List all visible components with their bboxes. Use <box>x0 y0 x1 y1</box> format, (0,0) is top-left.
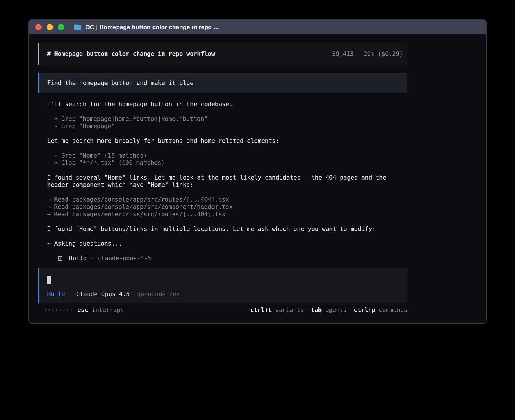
traffic-lights <box>35 24 69 30</box>
assistant-message: I found several "Home" links. Let me loo… <box>38 174 407 189</box>
tool-call-read: →Read packages/console/app/src/routes/[.… <box>47 196 407 203</box>
working-status: ~ Asking questions... <box>38 240 407 247</box>
interrupt-hint: escinterrupt <box>77 306 124 314</box>
interrupt-label: interrupt <box>92 307 124 313</box>
session-meta: 39,413 20% ($0.29) <box>332 50 403 58</box>
arrow-right-icon: → <box>47 196 54 203</box>
context-usage: 20% ($0.29) <box>364 50 403 58</box>
tool-call-text: Glob "**/*.tsx" (100 matches) <box>61 159 165 166</box>
agent-separator: · <box>90 255 94 262</box>
asterisk-icon: ∗ <box>54 115 61 123</box>
spinner-dots <box>45 309 72 311</box>
tool-call-text: Grep "Homepage" <box>61 123 115 130</box>
ctrl-t-key-label: ctrl+t <box>250 307 272 313</box>
model-label[interactable]: Claude Opus 4.5 <box>76 291 130 298</box>
agents-label: agents <box>325 307 347 313</box>
tool-call-read: →Read packages/enterprise/src/routes/[..… <box>47 211 407 218</box>
assistant-message: I found "Home" buttons/links in multiple… <box>38 225 407 233</box>
tool-call-text: Grep "homepage|home.*button|Home.*button… <box>61 115 208 122</box>
close-window-button[interactable] <box>35 24 42 30</box>
agent-mode-label[interactable]: Build <box>47 291 65 298</box>
assistant-message: I'll search for the homepage button in t… <box>38 100 407 108</box>
text-cursor <box>47 276 51 284</box>
asterisk-icon: ∗ <box>54 152 61 159</box>
window-titlebar[interactable]: OC | Homepage button color change in rep… <box>29 20 486 34</box>
tool-call-text: Grep "Home" (18 matches) <box>61 152 147 159</box>
session-header: # Homepage button color change in repo w… <box>38 43 407 65</box>
tool-call-grep: ∗Grep "Homepage" <box>54 123 407 130</box>
arrow-right-icon: → <box>47 211 54 218</box>
tool-call-text: Read packages/console/app/src/component/… <box>54 204 233 210</box>
read-calls-group: →Read packages/console/app/src/routes/[.… <box>38 196 407 218</box>
esc-key-label: esc <box>77 307 88 313</box>
tool-call-grep: ∗Grep "Home" (18 matches) <box>54 152 407 159</box>
asterisk-icon: ∗ <box>54 123 61 130</box>
asterisk-icon: ∗ <box>54 159 61 167</box>
tool-calls-group: ∗Grep "Home" (18 matches) ∗Glob "**/*.ts… <box>38 152 407 167</box>
tool-calls-group: ∗Grep "homepage|home.*button|Home.*butto… <box>38 115 407 130</box>
commands-hint: ctrl+pcommands <box>354 306 407 314</box>
agent-name: Build <box>69 255 87 262</box>
user-message-text: Find the homepage button and make it blu… <box>47 79 193 87</box>
minimize-window-button[interactable] <box>47 24 53 30</box>
assistant-message: Let me search more broadly for buttons a… <box>38 137 407 145</box>
variants-label: variants <box>275 307 304 313</box>
status-bar: escinterrupt ctrl+tvariants tabagents ct… <box>38 306 407 314</box>
zoom-window-button[interactable] <box>58 24 64 30</box>
folder-icon <box>74 24 82 30</box>
terminal-content: # Homepage button color change in repo w… <box>38 43 407 314</box>
window-title: OC | Homepage button color change in rep… <box>85 24 219 30</box>
session-title: # Homepage button color change in repo w… <box>47 50 215 58</box>
tool-call-read: →Read packages/console/app/src/component… <box>47 203 407 211</box>
arrow-right-icon: → <box>47 203 54 211</box>
tool-call-text: Read packages/enterprise/src/routes/[...… <box>54 211 226 218</box>
agent-status-line: Build · claude-opus-4-5 <box>38 255 407 262</box>
variants-hint: ctrl+tvariants <box>250 306 304 314</box>
ctrl-p-key-label: ctrl+p <box>354 307 375 313</box>
agent-icon <box>58 256 62 261</box>
tool-call-glob: ∗Glob "**/*.tsx" (100 matches) <box>54 159 407 167</box>
commands-label: commands <box>379 307 407 313</box>
agent-model: claude-opus-4-5 <box>98 255 151 262</box>
prompt-input[interactable]: Build Claude Opus 4.5 OpenCode Zen <box>38 268 407 303</box>
tab-key-label: tab <box>311 307 322 313</box>
token-count: 39,413 <box>332 50 353 58</box>
tool-call-grep: ∗Grep "homepage|home.*button|Home.*butto… <box>54 115 407 123</box>
terminal-window: OC | Homepage button color change in rep… <box>28 19 487 324</box>
provider-label: OpenCode Zen <box>137 291 180 298</box>
agents-hint: tabagents <box>311 306 347 314</box>
model-bar: Build Claude Opus 4.5 OpenCode Zen <box>47 290 403 298</box>
tool-call-text: Read packages/console/app/src/routes/[..… <box>54 196 229 203</box>
user-message: Find the homepage button and make it blu… <box>38 73 407 93</box>
